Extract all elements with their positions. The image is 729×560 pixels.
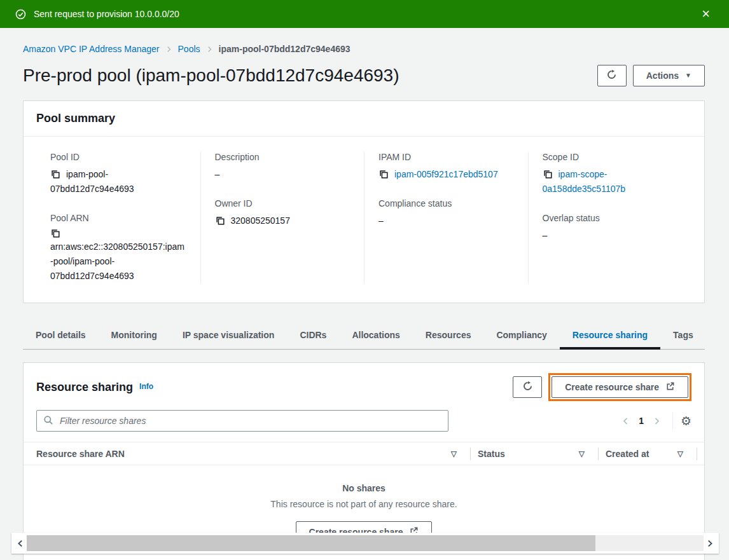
summary-column-3: IPAM ID ipam-005f921c17ebd5107 Complianc… [364, 152, 528, 283]
column-divider [697, 447, 697, 460]
refresh-icon [522, 381, 533, 393]
overlap-status-value: – [543, 228, 677, 243]
tab-compliancy[interactable]: Compliancy [483, 321, 559, 349]
tab-cidrs[interactable]: CIDRs [287, 321, 339, 349]
flashbar-message: Sent request to provision 10.0.0.0/20 [34, 9, 179, 19]
copy-icon[interactable] [378, 169, 389, 179]
pool-summary-title: Pool summary [36, 112, 115, 125]
current-page-number[interactable]: 1 [632, 416, 650, 426]
empty-state-description: This resource is not part of any resourc… [24, 499, 704, 509]
sort-icon[interactable]: ▽ [579, 449, 585, 458]
refresh-icon [606, 69, 617, 82]
summary-column-4: Scope ID ipam-scope-0a158dde35c51107b Ov… [528, 152, 692, 283]
column-divider [598, 447, 599, 460]
scope-id-label: Scope ID [543, 152, 677, 162]
copy-icon[interactable] [543, 169, 553, 179]
summary-column-2: Description – Owner ID 320805250157 [200, 152, 364, 283]
scope-id-link[interactable]: ipam-scope-0a158dde35c51107b [543, 169, 626, 194]
tab-ip-space-visualization[interactable]: IP space visualization [170, 321, 287, 349]
scrollbar-track[interactable] [27, 535, 704, 551]
tab-resource-sharing[interactable]: Resource sharing [560, 321, 660, 349]
column-header-status[interactable]: Status ▽ [478, 449, 591, 459]
success-flashbar: Sent request to provision 10.0.0.0/20 × [0, 0, 729, 28]
breadcrumb: Amazon VPC IP Address Manager Pools ipam… [23, 44, 705, 54]
compliance-status-label: Compliance status [378, 198, 513, 208]
tab-tags[interactable]: Tags [660, 321, 706, 349]
pool-summary-card: Pool summary Pool ID ipam-pool-07bdd12d7… [23, 100, 705, 303]
scrollbar-thumb[interactable] [27, 535, 595, 551]
column-header-resource-share-arn[interactable]: Resource share ARN ▽ [36, 449, 463, 459]
copy-icon[interactable] [215, 215, 225, 226]
tab-pool-details[interactable]: Pool details [23, 321, 99, 349]
copy-icon[interactable] [50, 169, 60, 179]
tab-monitoring[interactable]: Monitoring [99, 321, 170, 349]
pool-id-value: ipam-pool-07bdd12d7c94e4693 [50, 169, 134, 194]
filter-resource-shares-box [36, 410, 448, 432]
description-label: Description [215, 152, 349, 162]
breadcrumb-current: ipam-pool-07bdd12d7c94e4693 [219, 44, 351, 54]
actions-button[interactable]: Actions ▼ [633, 65, 705, 86]
pagination-divider [672, 413, 673, 429]
resource-sharing-title: Resource sharing [36, 381, 133, 394]
refresh-button[interactable] [513, 376, 542, 398]
owner-id-value: 320805250157 [231, 215, 290, 226]
description-value: – [215, 167, 349, 182]
info-link[interactable]: Info [139, 382, 153, 391]
tab-allocations[interactable]: Allocations [339, 321, 412, 349]
chevron-down-icon: ▼ [685, 72, 691, 79]
resource-sharing-panel: Resource sharing Info Create resource sh… [23, 362, 705, 560]
scroll-left-icon[interactable] [14, 540, 27, 547]
sort-icon[interactable]: ▽ [677, 449, 683, 458]
ipam-id-label: IPAM ID [378, 152, 513, 162]
previous-page-icon[interactable] [619, 414, 632, 428]
highlight-frame: Create resource share [548, 373, 691, 401]
compliance-status-value: – [378, 214, 513, 228]
summary-column-1: Pool ID ipam-pool-07bdd12d7c94e4693 Pool… [36, 152, 200, 283]
next-page-icon[interactable] [650, 414, 663, 428]
check-circle-icon [15, 9, 26, 20]
external-link-icon [665, 381, 675, 393]
tab-resources[interactable]: Resources [413, 321, 484, 349]
breadcrumb-separator-icon [165, 46, 172, 53]
breadcrumb-link-pools[interactable]: Pools [178, 44, 200, 54]
empty-state-title: No shares [24, 483, 704, 493]
search-icon [43, 415, 53, 427]
pool-arn-label: Pool ARN [50, 213, 185, 223]
ipam-id-link[interactable]: ipam-005f921c17ebd5107 [394, 169, 498, 179]
scroll-right-icon[interactable] [704, 540, 716, 547]
refresh-button[interactable] [597, 65, 627, 86]
pagination: 1 ⚙ [619, 413, 691, 429]
pool-id-label: Pool ID [50, 152, 185, 162]
column-divider [470, 447, 471, 460]
page-title: Pre-prod pool (ipam-pool-07bdd12d7c94e46… [23, 65, 399, 86]
pool-arn-value: arn:aws:ec2::320805250157:ipam-pool/ipam… [50, 242, 184, 281]
table-header-row: Resource share ARN ▽ Status ▽ Created at… [24, 442, 704, 465]
breadcrumb-link-ipam[interactable]: Amazon VPC IP Address Manager [23, 44, 160, 54]
filter-resource-shares-input[interactable] [59, 415, 441, 427]
gear-icon[interactable]: ⚙ [681, 415, 691, 427]
sort-icon[interactable]: ▽ [451, 449, 457, 458]
horizontal-scrollbar [11, 533, 719, 554]
close-icon[interactable]: × [698, 7, 714, 21]
column-header-created-at[interactable]: Created at ▽ [606, 449, 690, 459]
copy-icon[interactable] [50, 228, 179, 238]
owner-id-label: Owner ID [215, 198, 349, 208]
breadcrumb-separator-icon [206, 46, 213, 53]
pool-tabs: Pool details Monitoring IP space visuali… [23, 321, 705, 350]
overlap-status-label: Overlap status [543, 213, 677, 223]
create-resource-share-button[interactable]: Create resource share [552, 376, 688, 398]
